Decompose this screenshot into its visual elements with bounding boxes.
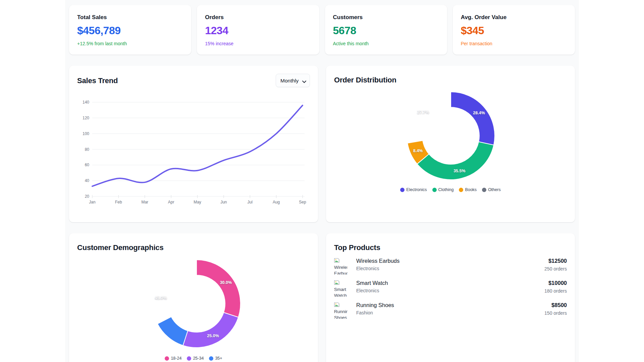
product-row: Running Shoes Running Shoes Fashion $850… bbox=[334, 302, 567, 319]
product-thumbnail-broken: Wireless Earbuds bbox=[334, 258, 347, 275]
legend-item-clothing[interactable]: Clothing bbox=[432, 187, 454, 192]
stat-card-customers: Customers 5678 Active this month bbox=[325, 5, 447, 55]
sales-trend-chart: 20406080100120140JanFebMarAprMayJunJulAu… bbox=[69, 66, 317, 222]
product-row: Smart Watch Smart Watch Electronics $100… bbox=[334, 280, 567, 297]
stat-note: 15% increase bbox=[205, 41, 311, 46]
top-products-card: Top Products Wireless Earbuds Wireless E… bbox=[326, 233, 575, 362]
legend-dot bbox=[459, 188, 463, 192]
stat-note: +12.5% from last month bbox=[77, 41, 183, 46]
top-products-list: Wireless Earbuds Wireless Earbuds Electr… bbox=[334, 258, 567, 319]
stat-card-orders: Orders 1234 15% increase bbox=[197, 5, 319, 55]
legend-dot bbox=[209, 356, 213, 361]
legend-item-electronics[interactable]: Electronics bbox=[400, 187, 427, 192]
product-price: $10000 bbox=[544, 280, 567, 286]
image-alt-text: Smart Watch bbox=[334, 287, 347, 297]
period-select[interactable]: Monthly bbox=[276, 74, 310, 87]
stat-value: 5678 bbox=[333, 24, 439, 37]
product-orders: 250 orders bbox=[544, 266, 567, 272]
svg-text:45.0%: 45.0% bbox=[155, 296, 167, 300]
order-distribution-title: Order Distribution bbox=[334, 76, 567, 84]
svg-text:25.0%: 25.0% bbox=[207, 334, 219, 338]
period-select-wrap: Monthly bbox=[276, 74, 310, 87]
svg-text:8.4%: 8.4% bbox=[413, 148, 423, 153]
legend-dot bbox=[482, 188, 486, 192]
stat-label: Avg. Order Value bbox=[461, 14, 567, 21]
product-thumbnail-broken: Running Shoes bbox=[334, 302, 347, 319]
legend-label: 25-34 bbox=[193, 356, 204, 361]
stat-value: $456,789 bbox=[77, 24, 183, 37]
order-distribution-chart: 28.4%35.5%8.4%27.7% bbox=[326, 66, 574, 222]
svg-text:Feb: Feb bbox=[115, 200, 122, 204]
svg-text:35.5%: 35.5% bbox=[453, 169, 465, 173]
legend-item-18-24[interactable]: 18-24 bbox=[165, 356, 181, 361]
product-price: $8500 bbox=[544, 302, 567, 308]
svg-text:20: 20 bbox=[85, 194, 90, 199]
dashboard: Total Sales $456,789 +12.5% from last mo… bbox=[65, 0, 579, 362]
legend-item-others[interactable]: Others bbox=[482, 187, 501, 192]
svg-text:Mar: Mar bbox=[141, 200, 148, 204]
svg-text:100: 100 bbox=[83, 131, 89, 136]
svg-text:27.7%: 27.7% bbox=[417, 110, 429, 115]
stat-value: 1234 bbox=[205, 24, 311, 37]
stat-label: Customers bbox=[333, 14, 439, 21]
legend-label: Books bbox=[465, 187, 477, 192]
product-thumbnail-broken: Smart Watch bbox=[334, 280, 347, 297]
product-category: Electronics bbox=[356, 288, 388, 293]
product-category: Electronics bbox=[356, 266, 399, 271]
image-alt-text: Running Shoes bbox=[334, 309, 347, 319]
legend-item-books[interactable]: Books bbox=[459, 187, 477, 192]
order-distribution-card: Order Distribution 28.4%35.5%8.4%27.7% E… bbox=[326, 66, 575, 222]
legend-dot bbox=[187, 356, 191, 361]
product-price: $12500 bbox=[544, 258, 567, 264]
legend-dot bbox=[165, 356, 169, 361]
charts-row: Sales Trend Monthly 20406080100120140Jan… bbox=[69, 66, 575, 222]
svg-text:80: 80 bbox=[85, 147, 90, 152]
legend-item-25-34[interactable]: 25-34 bbox=[187, 356, 204, 361]
legend-label: Others bbox=[488, 187, 501, 192]
top-products-title: Top Products bbox=[334, 243, 567, 252]
svg-text:Jan: Jan bbox=[89, 200, 95, 204]
stat-card-total-sales: Total Sales $456,789 +12.5% from last mo… bbox=[69, 5, 191, 55]
svg-text:Apr: Apr bbox=[168, 200, 174, 204]
product-name: Wireless Earbuds bbox=[356, 258, 399, 264]
bottom-row: Customer Demographics 30.0%25.0%45.0% 18… bbox=[69, 233, 575, 362]
svg-text:Jun: Jun bbox=[220, 200, 227, 204]
legend-dot bbox=[432, 188, 437, 192]
sales-trend-title: Sales Trend bbox=[77, 76, 118, 85]
svg-text:140: 140 bbox=[83, 100, 89, 105]
stats-row: Total Sales $456,789 +12.5% from last mo… bbox=[69, 5, 575, 55]
legend-label: Electronics bbox=[406, 187, 427, 192]
product-orders: 180 orders bbox=[544, 288, 567, 294]
stat-value: $345 bbox=[461, 24, 567, 37]
svg-text:120: 120 bbox=[83, 116, 89, 120]
stat-note: Per transaction bbox=[461, 41, 567, 46]
svg-text:60: 60 bbox=[85, 163, 90, 167]
image-alt-text: Wireless Earbuds bbox=[334, 265, 347, 275]
product-orders: 150 orders bbox=[544, 310, 567, 316]
product-name: Smart Watch bbox=[356, 280, 388, 286]
svg-text:30.0%: 30.0% bbox=[220, 280, 232, 285]
svg-text:Jul: Jul bbox=[248, 200, 253, 204]
svg-text:Sep: Sep bbox=[299, 200, 306, 204]
customer-demographics-title: Customer Demographics bbox=[77, 243, 310, 252]
sales-trend-card: Sales Trend Monthly 20406080100120140Jan… bbox=[69, 66, 318, 222]
customer-demographics-card: Customer Demographics 30.0%25.0%45.0% 18… bbox=[69, 233, 318, 362]
customer-demographics-legend: 18-24 25-34 35+ bbox=[69, 356, 318, 361]
order-distribution-legend: Electronics Clothing Books Others bbox=[326, 187, 575, 192]
legend-dot bbox=[400, 188, 405, 192]
customer-demographics-chart: 30.0%25.0%45.0% bbox=[69, 233, 317, 362]
svg-text:40: 40 bbox=[85, 178, 90, 183]
svg-text:May: May bbox=[194, 200, 201, 204]
product-row: Wireless Earbuds Wireless Earbuds Electr… bbox=[334, 258, 567, 275]
svg-text:Aug: Aug bbox=[273, 200, 280, 204]
legend-label: Clothing bbox=[438, 187, 454, 192]
product-category: Fashion bbox=[356, 310, 394, 315]
stat-label: Total Sales bbox=[77, 14, 183, 21]
stat-card-avg-order-value: Avg. Order Value $345 Per transaction bbox=[453, 5, 575, 55]
broken-image-icon bbox=[334, 258, 339, 264]
broken-image-icon bbox=[334, 302, 339, 309]
stat-note: Active this month bbox=[333, 41, 439, 46]
legend-item-35plus[interactable]: 35+ bbox=[209, 356, 222, 361]
broken-image-icon bbox=[334, 280, 339, 287]
stat-label: Orders bbox=[205, 14, 311, 21]
